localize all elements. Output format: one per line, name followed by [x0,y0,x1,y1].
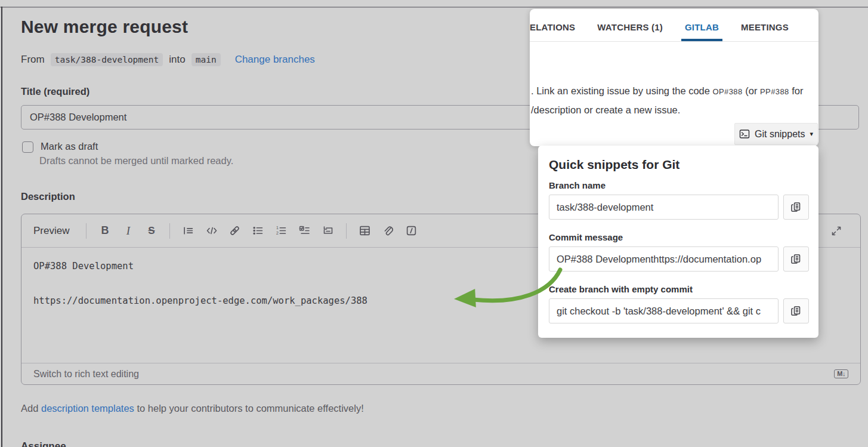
title-field-label: Title (required) [21,86,89,97]
strikethrough-button[interactable]: S [141,221,161,241]
italic-button[interactable]: I [118,221,138,241]
pp-code: PP#388 [760,87,789,96]
link-icon[interactable] [225,221,245,241]
attachment-icon[interactable] [378,221,398,241]
target-branch-chip: main [191,53,221,66]
bullet-list-icon[interactable] [248,221,268,241]
mark-as-draft-label: Mark as draft [41,141,98,152]
page-title: New merge request [21,17,188,37]
branch-name-input[interactable] [549,195,779,220]
templates-hint: Add description templates to help your c… [21,403,364,414]
copy-branch-button[interactable] [783,195,809,220]
numbered-list-icon[interactable]: 12 [271,221,291,241]
table-icon[interactable] [355,221,375,241]
copy-commit-button[interactable] [783,246,809,272]
create-branch-label: Create branch with empty commit [549,284,809,294]
copy-icon [790,306,801,316]
fullscreen-icon[interactable] [826,221,846,241]
quick-snippets-dropdown: Quick snippets for Git Branch name Commi… [538,146,818,338]
panel-line2: /description or create a new issue. [531,101,816,119]
svg-text:1: 1 [277,226,279,230]
tab-meetings[interactable]: MEETINGS [741,13,789,41]
mark-as-draft-checkbox[interactable] [22,141,33,153]
into-label: into [169,54,185,66]
templates-hint-prefix: Add [21,403,41,414]
tab-gitlab[interactable]: GITLAB [685,13,719,41]
assignee-section-label: Assignee [21,440,66,447]
terminal-icon [739,129,750,139]
create-branch-input[interactable] [549,298,779,323]
dropdown-heading: Quick snippets for Git [549,158,809,172]
op-code: OP#388 [713,87,743,96]
svg-text:2: 2 [277,231,279,235]
panel-tabs: ELATIONS WATCHERS (1) GITLAB MEETINGS [530,9,818,42]
copy-icon [790,254,801,264]
branch-summary: From task/388-development into main Chan… [21,53,315,66]
description-templates-link[interactable]: description templates [41,403,134,414]
git-snippets-label: Git snippets [755,129,805,140]
window-frame-left [1,7,2,447]
openproject-gitlab-panel: ELATIONS WATCHERS (1) GITLAB MEETINGS . … [530,9,818,146]
quick-action-icon[interactable] [401,221,421,241]
source-branch-chip: task/388-development [51,53,163,66]
code-icon[interactable] [202,221,221,241]
commit-message-input[interactable] [549,246,779,272]
description-label: Description [21,191,75,202]
tab-watchers[interactable]: WATCHERS (1) [597,13,663,41]
window-frame-top [0,7,868,8]
git-snippets-button[interactable]: Git snippets ▾ [734,123,818,145]
toolbar-divider [346,223,347,239]
collapsible-section-icon[interactable] [318,221,338,241]
chevron-down-icon: ▾ [810,130,813,138]
switch-rich-text-link[interactable]: Switch to rich text editing [33,369,139,380]
markdown-icon: M↓ [834,369,848,378]
panel-line1: . Link an existing issue by using the co… [531,82,816,101]
branch-name-label: Branch name [549,180,809,190]
preview-button[interactable]: Preview [33,225,78,237]
toolbar-divider [169,223,170,239]
task-list-icon[interactable] [295,221,314,241]
toolbar-divider [86,223,87,239]
panel-body-text: . Link an existing issue by using the co… [531,82,816,119]
from-label: From [21,54,45,66]
tab-relations[interactable]: ELATIONS [530,13,575,41]
copy-create-branch-button[interactable] [783,298,809,323]
templates-hint-suffix: to help your contributors to communicate… [134,403,364,414]
quote-icon[interactable] [178,221,198,241]
draft-help-text: Drafts cannot be merged until marked rea… [39,155,233,167]
change-branches-link[interactable]: Change branches [235,54,315,66]
editor-footer: Switch to rich text editing M↓ [21,363,860,384]
copy-icon [790,202,801,212]
bold-button[interactable]: B [95,221,115,241]
commit-message-label: Commit message [549,232,809,242]
